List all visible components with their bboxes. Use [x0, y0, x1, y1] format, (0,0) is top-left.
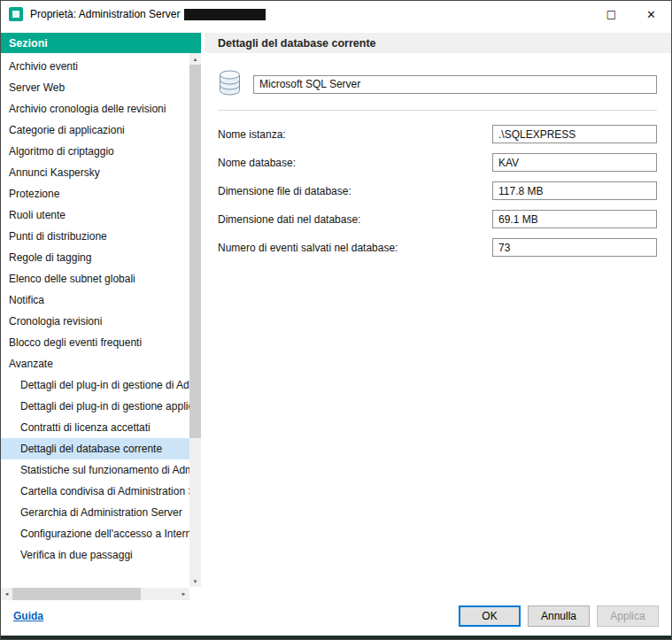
sidebar-item-categorie-applicazioni[interactable]: Categorie di applicazioni [1, 120, 189, 141]
database-file-size-label: Dimensione file di database: [218, 185, 351, 197]
instance-name-row: Nome istanza: [218, 125, 657, 143]
sidebar-item-notifica[interactable]: Notifica [1, 289, 189, 311]
sidebar-item-annunci-kaspersky[interactable]: Annunci Kaspersky [1, 162, 189, 183]
sidebar-item-plugin-applicazioni[interactable]: Dettagli dei plug-in di gestione applica… [1, 396, 189, 417]
apply-button[interactable]: Applica [597, 605, 659, 627]
database-data-size-row: Dimensione dati nel database: [218, 210, 657, 228]
footer-buttons: OK Annulla Applica [459, 605, 659, 627]
sidebar-item-archivio-cronologia[interactable]: Archivio cronologia delle revisioni [1, 98, 189, 120]
database-type-field[interactable] [253, 75, 657, 94]
sidebar-item-contratti-licenza[interactable]: Contratti di licenza accettati [1, 417, 189, 438]
sidebar-header: Sezioni [1, 33, 201, 53]
sidebar-item-blocco-eventi[interactable]: Blocco degli eventi frequenti [1, 332, 189, 353]
dialog-footer: Guida OK Annulla Applica [1, 600, 671, 636]
sidebar-item-cartella-condivisa[interactable]: Cartella condivisa di Administration Ser… [1, 481, 189, 502]
sidebar-item-avanzate[interactable]: Avanzate [1, 353, 189, 374]
sidebar-item-archivio-eventi[interactable]: Archivio eventi [1, 56, 189, 77]
sidebar-item-subnet-globali[interactable]: Elenco delle subnet globali [1, 268, 189, 289]
scroll-right-icon[interactable]: ► [178, 588, 189, 600]
ok-button[interactable]: OK [459, 605, 521, 627]
sidebar-item-plugin-admin[interactable]: Dettagli del plug-in di gestione di Admi… [1, 374, 189, 396]
page-title: Dettagli del database corrente [205, 33, 671, 53]
title-bar: Proprietà: Administration Server □ ✕ [1, 1, 671, 27]
horizontal-scrollbar-track[interactable] [141, 588, 178, 600]
help-link[interactable]: Guida [13, 610, 43, 622]
separator-line [218, 110, 657, 111]
sidebar-item-punti-distribuzione[interactable]: Punti di distribuzione [1, 226, 189, 247]
sidebar-item-gerarchia[interactable]: Gerarchia di Administration Server [1, 502, 189, 523]
horizontal-scrollbar-thumb[interactable] [12, 588, 141, 600]
database-icon [218, 69, 242, 99]
saved-events-row: Numero di eventi salvati nel database: [218, 238, 657, 257]
sidebar-item-accesso-internet[interactable]: Configurazione dell'accesso a Internet [1, 523, 189, 544]
sidebar-item-verifica-due-passaggi[interactable]: Verifica in due passaggi [1, 544, 189, 566]
database-data-size-label: Dimensione dati nel database: [218, 213, 360, 226]
sidebar-item-protezione[interactable]: Protezione [1, 183, 189, 204]
saved-events-label: Numero di eventi salvati nel database: [218, 242, 398, 254]
sidebar-item-statistiche[interactable]: Statistiche sul funzionamento di Adminis [1, 459, 189, 481]
sections-sidebar: Sezioni Archivio eventi Server Web Archi… [1, 27, 201, 600]
database-name-label: Nome database: [218, 157, 296, 169]
sidebar-item-algoritmo-criptaggio[interactable]: Algoritmo di criptaggio [1, 141, 189, 162]
window-controls: □ ✕ [591, 1, 671, 27]
sidebar-list: Archivio eventi Server Web Archivio cron… [1, 53, 189, 587]
content-body: Nome istanza: Nome database: Dimensione … [205, 53, 671, 600]
database-name-field[interactable] [492, 153, 657, 172]
vertical-scrollbar-thumb[interactable] [189, 65, 201, 438]
scroll-up-icon[interactable]: ▲ [189, 53, 201, 65]
sidebar-item-regole-tagging[interactable]: Regole di tagging [1, 247, 189, 268]
scroll-left-icon[interactable]: ◄ [1, 588, 12, 600]
sidebar-item-ruoli-utente[interactable]: Ruoli utente [1, 204, 189, 226]
database-name-row: Nome database: [218, 153, 657, 172]
close-button[interactable]: ✕ [631, 1, 671, 27]
redacted-server-name [184, 9, 266, 20]
maximize-button[interactable]: □ [591, 1, 631, 27]
vertical-scrollbar[interactable]: ▲ ▼ [189, 53, 201, 587]
vertical-scrollbar-track[interactable] [189, 438, 201, 575]
sidebar-main: Archivio eventi Server Web Archivio cron… [1, 53, 201, 587]
database-type-row [218, 69, 657, 99]
database-data-size-field[interactable] [492, 210, 657, 228]
database-file-size-field[interactable] [492, 181, 657, 200]
app-icon [9, 7, 23, 21]
dialog-body: Sezioni Archivio eventi Server Web Archi… [1, 27, 671, 600]
sidebar-item-cronologia-revisioni[interactable]: Cronologia revisioni [1, 311, 189, 332]
window-bottom-edge [1, 636, 671, 639]
properties-dialog: Proprietà: Administration Server □ ✕ Sez… [0, 0, 672, 640]
instance-name-label: Nome istanza: [218, 128, 286, 141]
horizontal-scrollbar[interactable]: ◄ ► [1, 588, 189, 600]
window-title: Proprietà: Administration Server [30, 8, 180, 20]
sidebar-item-server-web[interactable]: Server Web [1, 77, 189, 98]
sidebar-item-dettagli-database[interactable]: Dettagli del database corrente [1, 438, 189, 459]
instance-name-field[interactable] [492, 125, 657, 143]
saved-events-field[interactable] [492, 238, 657, 257]
database-file-size-row: Dimensione file di database: [218, 181, 657, 200]
cancel-button[interactable]: Annulla [528, 605, 590, 627]
scroll-down-icon[interactable]: ▼ [189, 575, 201, 587]
content-pane: Dettagli del database corrente [205, 27, 671, 600]
